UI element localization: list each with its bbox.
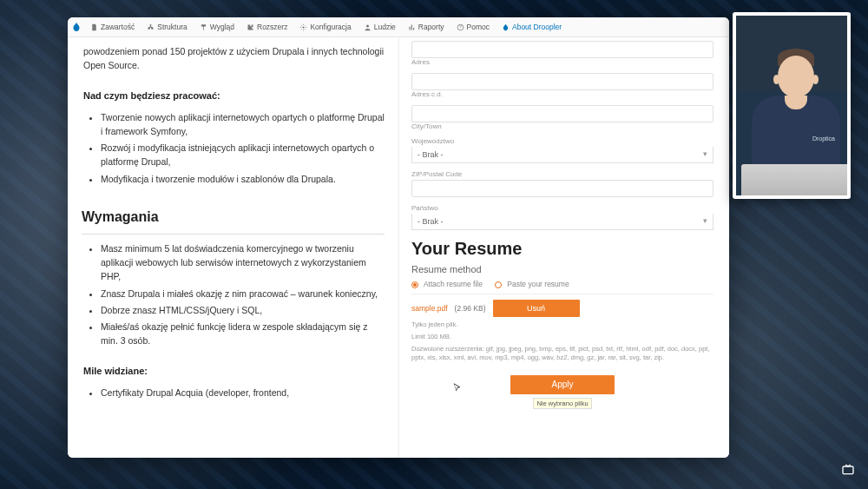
requirements-list: Masz minimum 5 lat doświadczenia komercy… (82, 241, 385, 348)
list-item: Modyfikacja i tworzenie modułów i szablo… (101, 172, 385, 186)
admin-item-label: Struktura (157, 23, 187, 31)
province-label: Województwo (411, 137, 713, 145)
address-field-group: Adres (411, 41, 713, 66)
file-size: (2.96 KB) (455, 304, 486, 313)
file-meta-1: Tylko jeden plik. (411, 320, 713, 329)
list-item: Masz minimum 5 lat doświadczenia komercy… (101, 241, 385, 284)
list-item: Certyfikaty Drupal Acquia (developer, fr… (101, 386, 385, 400)
admin-item-label: About Droopler (512, 23, 562, 31)
list-item: Miałeś/aś okazję pełnić funkcję lidera w… (101, 320, 385, 348)
country-select[interactable]: - Brak - (411, 214, 713, 230)
picture-in-picture-icon[interactable] (840, 463, 856, 477)
resume-heading: Your Resume (411, 239, 713, 259)
radio-icon (411, 281, 418, 288)
list-item: Dobrze znasz HTML/CSS/jQuery i SQL, (101, 303, 385, 317)
svg-point-1 (366, 24, 369, 27)
work-list: Tworzenie nowych aplikacji internetowych… (82, 110, 385, 186)
admin-item-reports[interactable]: Raporty (403, 23, 450, 31)
browser-window: Zawartość Struktura Wygląd Rozszerz Konf… (68, 17, 729, 458)
admin-item-label: Rozszerz (257, 23, 287, 31)
apply-button[interactable]: Apply (510, 375, 615, 394)
page-content: powodzeniem ponad 150 projektów z użycie… (68, 37, 729, 458)
requirements-heading: Wymagania (82, 207, 385, 235)
admin-item-appearance[interactable]: Wygląd (194, 23, 240, 31)
file-name-link[interactable]: sample.pdf (411, 304, 448, 313)
work-heading: Nad czym będziesz pracować: (83, 89, 385, 103)
person-head (778, 56, 814, 97)
admin-item-extend[interactable]: Rozszerz (241, 23, 293, 31)
radio-paste[interactable]: Paste your resume (495, 280, 569, 288)
province-field-group: Województwo - Brak - (411, 137, 713, 163)
admin-item-content[interactable]: Zawartość (85, 23, 140, 31)
droopler-icon (502, 23, 510, 31)
admin-item-label: Zawartość (101, 23, 135, 31)
nice-to-have-heading: Mile widziane: (83, 364, 385, 379)
intro-text: powodzeniem ponad 150 projektów z użycie… (83, 44, 385, 73)
admin-item-about-droopler[interactable]: About Droopler (496, 23, 567, 31)
radio-attach[interactable]: Attach resume file (411, 280, 483, 288)
admin-item-people[interactable]: Ludzie (358, 23, 401, 31)
radio-label: Attach resume file (424, 280, 483, 288)
nice-to-have-list: Certyfikaty Drupal Acquia (developer, fr… (82, 386, 385, 400)
radio-label: Paste your resume (507, 280, 569, 288)
resume-method-options: Attach resume file Paste your resume (411, 280, 713, 288)
puzzle-icon (247, 23, 254, 31)
job-description-panel: powodzeniem ponad 150 projektów z użycie… (68, 37, 398, 458)
zip-field-group: ZIP/Postal Code (411, 170, 713, 197)
admin-item-label: Wygląd (210, 23, 234, 31)
admin-item-label: Raporty (418, 23, 444, 31)
country-field-group: Państwo - Brak - (411, 204, 713, 230)
divider (411, 294, 713, 294)
uploaded-file-row: sample.pdf (2.96 KB) Usuń (411, 300, 713, 317)
admin-item-label: Ludzie (374, 23, 396, 31)
hierarchy-icon (147, 23, 155, 31)
file-status-tooltip: Nie wybrano pliku (533, 398, 591, 409)
webcam-overlay: Droptica (733, 12, 851, 199)
city-input[interactable] (411, 105, 713, 122)
city-label: City/Town (411, 122, 713, 130)
admin-item-structure[interactable]: Struktura (141, 23, 193, 31)
gear-icon (299, 23, 307, 31)
list-item: Tworzenie nowych aplikacji internetowych… (101, 110, 385, 139)
address2-field-group: Adres c.d. (411, 73, 713, 98)
drupal-logo-icon[interactable] (71, 22, 82, 32)
address-input[interactable] (411, 41, 713, 58)
reports-icon (408, 23, 416, 31)
person-ear (773, 75, 779, 84)
file-meta-2: Limit 100 MB. (411, 333, 713, 341)
svg-point-0 (303, 26, 305, 28)
list-item: Znasz Drupala i miałeś okazję z nim prac… (101, 287, 385, 301)
shirt-logo: Droptica (812, 135, 835, 142)
svg-rect-4 (843, 466, 853, 474)
svg-text:?: ? (459, 25, 462, 30)
paint-icon (200, 23, 207, 31)
zip-label: ZIP/Postal Code (411, 170, 713, 178)
admin-item-config[interactable]: Konfiguracja (294, 23, 356, 31)
application-form-panel: Adres Adres c.d. City/Town Województwo -… (398, 37, 729, 458)
file-icon (90, 23, 98, 31)
list-item: Rozwój i modyfikacja istniejących aplika… (101, 141, 385, 169)
admin-item-label: Konfiguracja (310, 23, 351, 31)
address-label: Adres (411, 58, 713, 66)
zip-input[interactable] (411, 180, 713, 197)
country-label: Państwo (411, 204, 713, 212)
person-ear (812, 75, 819, 84)
city-field-group: City/Town (411, 105, 713, 130)
admin-item-help[interactable]: ? Pomoc (451, 23, 495, 31)
address2-input[interactable] (411, 73, 713, 90)
resume-method-label: Resume method (411, 264, 713, 274)
address2-label: Adres c.d. (411, 90, 713, 98)
help-icon: ? (457, 23, 464, 31)
admin-toolbar: Zawartość Struktura Wygląd Rozszerz Konf… (68, 17, 729, 37)
file-meta-3: Dozwolone rozszerzenia: gif, jpg, jpeg, … (411, 345, 713, 362)
delete-file-button[interactable]: Usuń (493, 300, 580, 317)
laptop-lid (741, 164, 851, 195)
admin-item-label: Pomoc (467, 23, 490, 31)
province-select[interactable]: - Brak - (411, 147, 713, 163)
person-icon (364, 23, 372, 31)
radio-icon (495, 281, 502, 288)
